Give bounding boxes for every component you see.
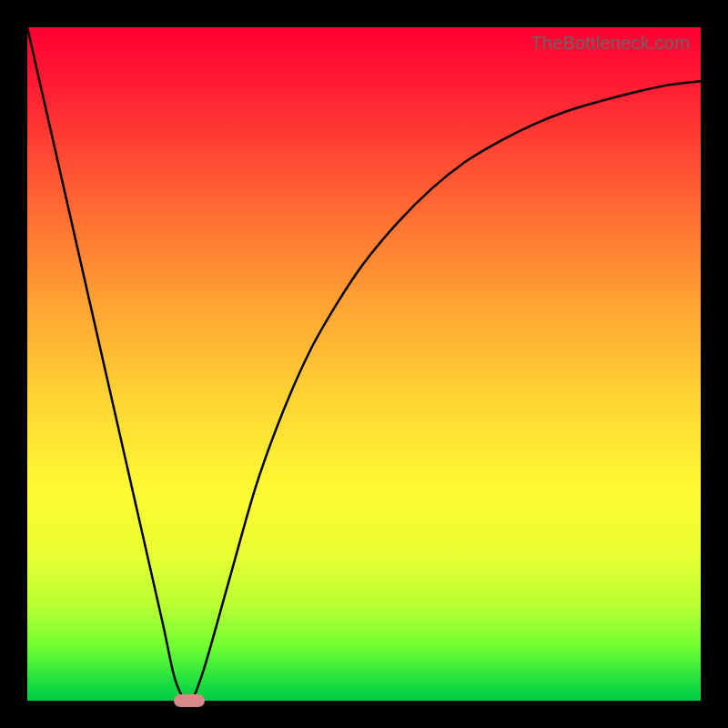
bottleneck-curve [27, 27, 701, 701]
minimum-marker [174, 694, 205, 707]
chart-frame: TheBottleneck.com [0, 0, 728, 728]
plot-area: TheBottleneck.com [27, 27, 701, 701]
